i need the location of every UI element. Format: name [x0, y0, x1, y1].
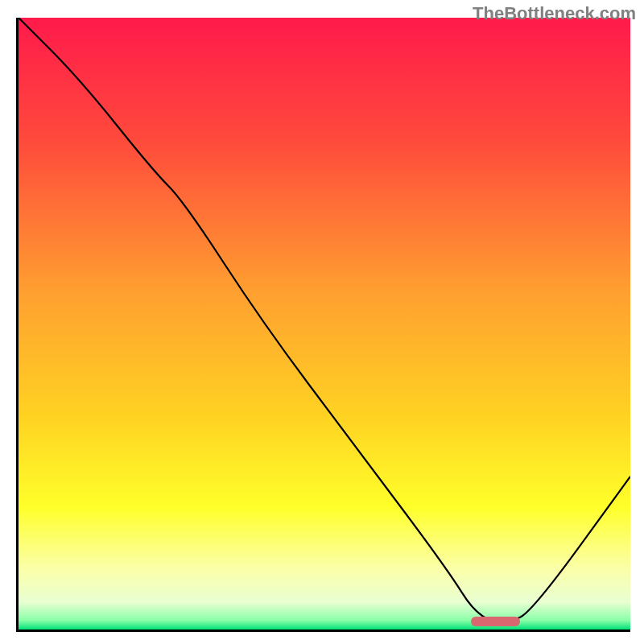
watermark-text: TheBottleneck.com — [473, 3, 636, 24]
optimal-marker — [471, 617, 520, 626]
bottleneck-curve — [19, 18, 630, 630]
chart-plot-area — [16, 18, 630, 632]
